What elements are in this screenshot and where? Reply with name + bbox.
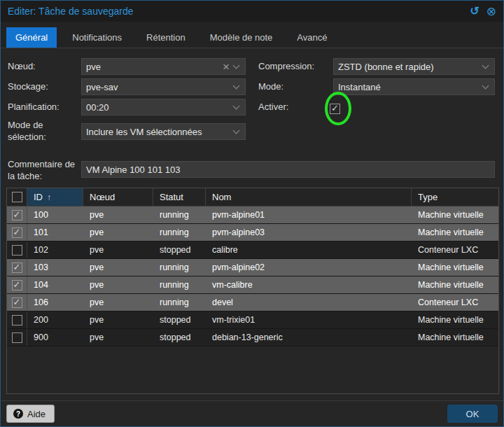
cell-status: stopped [153, 241, 206, 258]
tab-retention[interactable]: Rétention [137, 27, 195, 48]
tab-advanced[interactable]: Avancé [288, 27, 336, 48]
mode-label: Mode: [258, 81, 284, 93]
tab-strip: Général Notifications Rétention Modèle d… [1, 22, 503, 48]
cell-status: running [153, 276, 206, 293]
column-header-name[interactable]: Nom [206, 188, 412, 206]
schedule-combobox[interactable]: 00:20 [81, 99, 246, 115]
cell-type: Conteneur LXC [412, 241, 499, 258]
node-combobox[interactable]: pve × [81, 58, 246, 75]
edit-backup-job-dialog: Editer: Tâche de sauvegarde ↺ ⊗ Général … [0, 0, 504, 427]
cell-node: pve [83, 329, 153, 346]
row-checkbox[interactable] [12, 280, 22, 290]
row-checkbox-cell[interactable] [7, 312, 27, 328]
cell-type: Machine virtuelle [412, 206, 499, 223]
cell-id: 104 [27, 276, 83, 293]
close-icon[interactable]: ⊗ [486, 6, 496, 18]
row-checkbox[interactable] [12, 315, 22, 326]
row-checkbox[interactable] [12, 245, 22, 255]
table-row[interactable]: 100 pve running pvm-alpine01 Machine vir… [7, 206, 498, 224]
column-header-type[interactable]: Type [412, 188, 499, 206]
cell-id: 103 [27, 259, 83, 276]
cell-id: 101 [27, 224, 83, 241]
cell-node: pve [83, 224, 153, 241]
storage-combobox[interactable]: pve-sav [81, 78, 246, 95]
compression-combobox[interactable]: ZSTD (bonne et rapide) [333, 58, 495, 75]
row-checkbox-cell[interactable] [7, 259, 27, 276]
column-header-status[interactable]: Statut [153, 188, 206, 206]
table-row[interactable]: 101 pve running pvm-alpine03 Machine vir… [7, 224, 498, 241]
select-all-checkbox-cell[interactable] [7, 188, 27, 206]
tab-note-template[interactable]: Modèle de note [201, 27, 282, 48]
table-row[interactable]: 103 pve running pvm-alpine02 Machine vir… [7, 259, 498, 276]
select-all-checkbox[interactable] [12, 192, 22, 202]
sort-ascending-icon: ↑ [47, 192, 51, 202]
chevron-down-icon[interactable] [233, 83, 240, 90]
compression-value: ZSTD (bonne et rapide) [338, 62, 479, 72]
cell-id: 200 [27, 312, 83, 328]
cell-type: Conteneur LXC [412, 294, 499, 311]
cell-node: pve [83, 259, 153, 276]
dialog-footer: ? Aide OK [1, 400, 503, 426]
node-label: Nœud: [8, 61, 36, 73]
column-header-node[interactable]: Nœud [83, 188, 153, 206]
row-checkbox[interactable] [12, 210, 22, 220]
row-checkbox[interactable] [12, 298, 22, 308]
storage-label: Stockage: [8, 81, 48, 93]
reset-icon[interactable]: ↺ [470, 6, 479, 17]
cell-node: pve [83, 276, 153, 293]
cell-name: devel [206, 294, 412, 311]
row-checkbox-cell[interactable] [7, 276, 27, 293]
cell-type: Machine virtuelle [412, 312, 499, 328]
row-checkbox[interactable] [12, 262, 22, 273]
cell-status: stopped [153, 329, 206, 346]
cell-id: 900 [27, 329, 83, 346]
schedule-value: 00:20 [86, 102, 230, 113]
enable-label: Activer: [258, 102, 288, 113]
chevron-down-icon[interactable] [233, 127, 240, 134]
cell-status: running [153, 206, 206, 223]
enable-checkbox[interactable] [330, 104, 340, 114]
table-row[interactable]: 106 pve running devel Conteneur LXC [7, 294, 498, 312]
chevron-down-icon[interactable] [482, 83, 489, 90]
table-row[interactable]: 200 pve stopped vm-trixie01 Machine virt… [7, 312, 498, 329]
table-row[interactable]: 104 pve running vm-calibre Machine virtu… [7, 276, 498, 294]
row-checkbox-cell[interactable] [7, 206, 27, 223]
node-value: pve [86, 62, 220, 72]
chevron-down-icon[interactable] [233, 103, 240, 110]
tab-notifications[interactable]: Notifications [63, 27, 131, 48]
comment-input[interactable]: VM Alpine 100 101 103 [81, 161, 495, 178]
cell-node: pve [83, 206, 153, 223]
mode-combobox[interactable]: Instantané [333, 78, 495, 95]
schedule-label: Planification: [8, 102, 59, 113]
row-checkbox[interactable] [12, 332, 22, 343]
table-row[interactable]: 102 pve stopped calibre Conteneur LXC [7, 241, 498, 259]
comment-label: Commentaire de la tâche: [8, 159, 79, 183]
dialog-titlebar: Editer: Tâche de sauvegarde ↺ ⊗ [1, 1, 503, 22]
selection-mode-value: Inclure les VM sélectionnées [86, 127, 230, 137]
row-checkbox[interactable] [12, 227, 22, 238]
column-header-id[interactable]: ID ↑ [27, 188, 83, 206]
ok-button[interactable]: OK [447, 405, 498, 423]
chevron-down-icon[interactable] [233, 62, 240, 69]
dialog-title: Editer: Tâche de sauvegarde [8, 6, 463, 17]
cell-status: running [153, 224, 206, 241]
selection-mode-label: Mode de sélection: [8, 120, 78, 144]
selection-mode-combobox[interactable]: Inclure les VM sélectionnées [81, 123, 246, 140]
chevron-down-icon[interactable] [482, 62, 489, 69]
tab-general[interactable]: Général [6, 27, 57, 48]
cell-type: Machine virtuelle [412, 259, 499, 276]
cell-node: pve [83, 241, 153, 258]
compression-label: Compression: [258, 61, 314, 73]
row-checkbox-cell[interactable] [7, 241, 27, 258]
row-checkbox-cell[interactable] [7, 224, 27, 241]
cell-name: calibre [206, 241, 412, 258]
cell-status: running [153, 294, 206, 311]
cell-name: pvm-alpine02 [206, 259, 412, 276]
cell-name: pvm-alpine01 [206, 206, 412, 223]
clear-icon[interactable]: × [223, 61, 230, 73]
row-checkbox-cell[interactable] [7, 329, 27, 346]
cell-status: stopped [153, 312, 206, 328]
row-checkbox-cell[interactable] [7, 294, 27, 311]
help-button[interactable]: ? Aide [6, 405, 55, 423]
table-row[interactable]: 900 pve stopped debian-13-generic Machin… [7, 329, 498, 346]
